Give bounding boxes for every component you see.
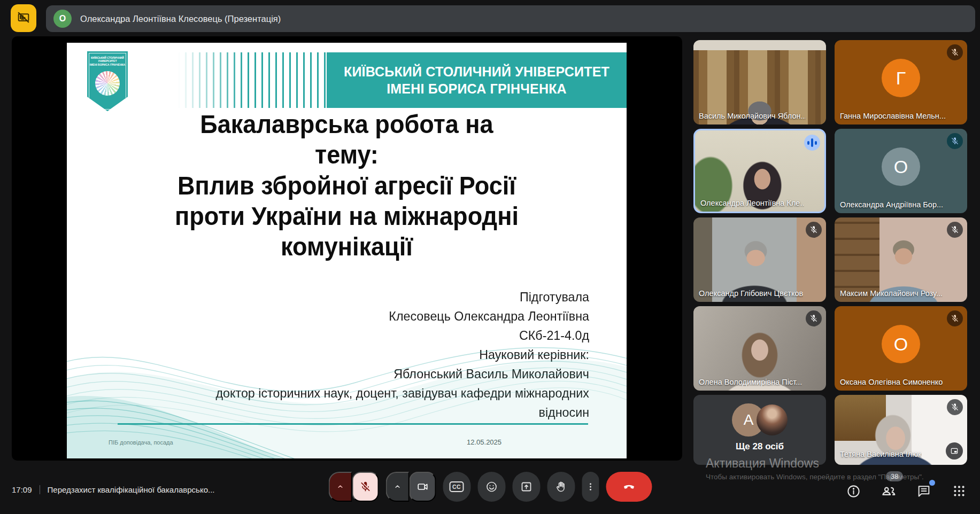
participant-name: Ганна Мирославівна Мельн... — [840, 112, 946, 120]
camera-options-button[interactable] — [385, 472, 409, 502]
slide-divider-line — [118, 423, 588, 425]
keyboard-off-button[interactable] — [11, 4, 36, 32]
chat-notification-dot — [929, 480, 935, 486]
avatar: О — [882, 325, 920, 363]
mic-off-badge — [947, 399, 963, 415]
more-participants-label: Ще 28 осіб — [693, 441, 826, 452]
presentation-slide: КИЇВСЬКИЙ СТОЛИЧНИЙ УНІВЕРСИТЕТ ІМЕНІ БО… — [67, 43, 627, 458]
university-logo: КИЇВСЬКИЙ СТОЛИЧНИЙ УНІВЕРСИТЕТ ІМЕНІ БО… — [87, 51, 128, 111]
mic-off-icon — [359, 481, 371, 493]
more-options-icon — [585, 482, 595, 492]
raise-hand-button[interactable] — [547, 472, 575, 502]
mic-off-badge — [947, 44, 963, 60]
more-participants-tile[interactable]: А Ще 28 осіб — [693, 395, 826, 465]
pip-icon — [950, 447, 959, 455]
captions-icon: CC — [450, 481, 464, 492]
presenter-banner[interactable]: О Олександра Леонтіївна Клесовець (Презе… — [46, 5, 975, 32]
participant-tile-active-speaker[interactable]: Олександра Леонтіївна Кле... — [693, 129, 826, 213]
chat-icon — [916, 484, 931, 499]
call-controls: CC — [328, 472, 652, 502]
participant-name: Олександра Андріївна Бор... — [840, 200, 943, 209]
participant-name: Олександр Глібович Цвєтков — [699, 289, 803, 298]
participant-tile[interactable]: Олена Володимирівна Піст... — [693, 306, 826, 391]
mic-off-badge — [806, 222, 822, 238]
participant-tile[interactable]: О Олександра Андріївна Бор... — [835, 129, 967, 213]
reactions-button[interactable] — [477, 472, 505, 502]
slide-footer-date: 12.05.2025 — [467, 438, 501, 446]
captions-button[interactable]: CC — [443, 472, 470, 502]
overflow-avatars: А — [732, 403, 788, 437]
chevron-up-icon — [393, 482, 402, 491]
present-icon — [520, 480, 533, 493]
avatar: Г — [882, 59, 920, 97]
mic-control-group — [328, 472, 379, 502]
mic-mute-button[interactable] — [352, 472, 379, 502]
university-header: КИЇВСЬКИЙ СТОЛИЧНИЙ УНІВЕРСИТЕТ ІМЕНІ БО… — [327, 52, 627, 108]
chevron-up-icon — [336, 482, 344, 491]
mic-off-icon — [951, 225, 959, 234]
mic-off-icon — [809, 314, 818, 323]
participant-name: Тетяна Василівна Ілюк — [840, 450, 922, 458]
divider — [40, 485, 40, 494]
meeting-panels: 38 — [844, 482, 968, 500]
info-icon — [846, 484, 861, 499]
participants-grid: Василь Миколайович Яблон... Г Ганна Миро… — [693, 40, 967, 465]
mic-options-button[interactable] — [328, 472, 352, 502]
mic-off-icon — [951, 314, 959, 323]
meeting-title: Передзахист кваліфікаційної бакалаврсько… — [48, 485, 215, 494]
participant-name: Олександра Леонтіївна Кле... — [700, 199, 804, 207]
present-button[interactable] — [512, 472, 540, 502]
university-logo-text: КИЇВСЬКИЙ СТОЛИЧНИЙ УНІВЕРСИТЕТ ІМЕНІ БО… — [89, 56, 126, 66]
participant-tile[interactable]: О Оксана Олегівна Симоненко — [835, 306, 967, 391]
camera-toggle-button[interactable] — [409, 472, 436, 502]
pip-button[interactable] — [946, 442, 963, 460]
mic-off-icon — [951, 403, 959, 411]
keyboard-off-icon — [16, 10, 31, 27]
meeting-details-button[interactable] — [844, 482, 862, 500]
mic-off-badge — [947, 133, 963, 149]
meet-window: { "top_bar": { "presenter_pill": { "avat… — [0, 0, 980, 514]
mic-off-badge — [947, 222, 963, 238]
clock-time: 17:09 — [12, 485, 32, 494]
activities-button[interactable] — [950, 482, 968, 500]
participant-name: Максим Миколайович Розу... — [840, 289, 943, 298]
slide-byline: Підготувала Клесовець Олександра Леонтії… — [143, 287, 589, 422]
apps-grid-icon — [952, 484, 966, 498]
camera-icon — [416, 481, 428, 493]
people-panel-button[interactable]: 38 — [879, 482, 898, 500]
participant-tile[interactable]: Тетяна Василівна Ілюк — [835, 395, 967, 465]
participant-tile[interactable]: Г Ганна Мирославівна Мельн... — [835, 40, 967, 124]
raise-hand-icon — [554, 480, 567, 493]
mic-off-icon — [951, 137, 959, 145]
slide-header-stripes — [178, 52, 328, 108]
mic-off-badge — [947, 310, 963, 326]
participant-tile[interactable]: Василь Миколайович Яблон... — [693, 40, 826, 124]
mic-off-icon — [951, 48, 959, 57]
participant-name: Олена Володимирівна Піст... — [699, 378, 802, 386]
presenter-label: Олександра Леонтіївна Клесовець (Презент… — [80, 14, 281, 24]
meeting-info: 17:09 Передзахист кваліфікаційної бакала… — [12, 485, 215, 494]
camera-control-group — [385, 472, 436, 502]
chat-panel-button[interactable] — [915, 482, 933, 500]
participant-tile[interactable]: Олександр Глібович Цвєтков — [693, 217, 826, 302]
avatar-photo — [757, 404, 788, 435]
end-call-button[interactable] — [606, 472, 652, 502]
participant-tile[interactable]: Максим Миколайович Розу... — [835, 217, 967, 302]
speaking-indicator-icon — [804, 135, 820, 151]
participant-name: Оксана Олегівна Симоненко — [840, 378, 943, 386]
avatar: О — [882, 147, 920, 186]
shared-screen-tile[interactable]: КИЇВСЬКИЙ СТОЛИЧНИЙ УНІВЕРСИТЕТ ІМЕНІ БО… — [12, 36, 682, 461]
university-emblem-icon — [95, 71, 120, 96]
more-options-button[interactable] — [582, 472, 599, 502]
reactions-icon — [485, 480, 498, 493]
slide-title: Бакалаврська робота на тему: Вплив зброй… — [89, 109, 604, 262]
people-icon — [881, 483, 897, 499]
participant-name: Василь Миколайович Яблон... — [699, 112, 806, 120]
end-call-icon — [622, 480, 636, 494]
mic-off-icon — [809, 225, 818, 234]
mic-off-badge — [806, 310, 822, 326]
participant-count-badge: 38 — [886, 471, 903, 481]
presenter-avatar: О — [53, 10, 72, 28]
slide-footer-speaker: ПІБ доповідача, посада — [109, 439, 173, 446]
